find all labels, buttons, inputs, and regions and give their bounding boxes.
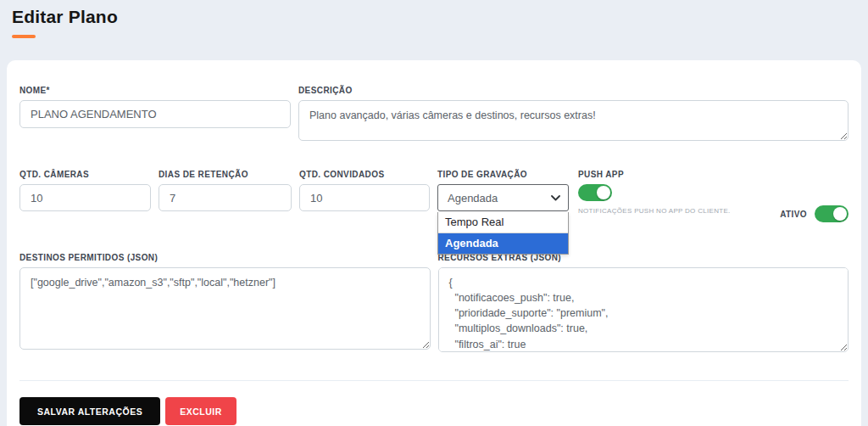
page-header: Editar Plano xyxy=(0,0,868,38)
field-descricao: DESCRIÇÃO Plano avançado, várias câmeras… xyxy=(298,86,849,144)
field-dias-retencao: DIAS DE RETENÇÃO xyxy=(159,170,292,211)
qtd-convidados-label: QTD. CONVIDADOS xyxy=(299,170,430,180)
qtd-convidados-input[interactable] xyxy=(299,184,430,211)
field-qtd-cameras: QTD. CÂMERAS xyxy=(19,170,151,211)
dias-retencao-label: DIAS DE RETENÇÃO xyxy=(159,170,292,180)
field-destinos: DESTINOS PERMITIDOS (JSON) ["google_driv… xyxy=(19,253,431,356)
tipo-gravacao-dropdown: Tempo Real Agendada xyxy=(437,212,569,255)
field-recursos: RECURSOS EXTRAS (JSON) { "notificacoes_p… xyxy=(438,253,849,356)
dropdown-option-agendada[interactable]: Agendada xyxy=(438,233,568,254)
destinos-label: DESTINOS PERMITIDOS (JSON) xyxy=(19,253,431,263)
form-row-2: QTD. CÂMERAS DIAS DE RETENÇÃO QTD. CONVI… xyxy=(19,170,849,222)
form-row-1: NOME* DESCRIÇÃO Plano avançado, várias c… xyxy=(19,86,849,144)
qtd-cameras-input[interactable] xyxy=(19,184,151,211)
push-app-toggle-knob xyxy=(597,186,610,199)
save-button[interactable]: SALVAR ALTERAÇÕES xyxy=(19,397,160,425)
dias-retencao-input[interactable] xyxy=(159,184,292,211)
title-accent-bar xyxy=(12,35,36,38)
nome-label: NOME* xyxy=(19,86,291,96)
field-nome: NOME* xyxy=(19,86,291,144)
nome-input[interactable] xyxy=(19,100,291,128)
ativo-toggle-knob xyxy=(833,207,847,221)
chevron-down-icon xyxy=(551,195,560,201)
push-app-help-text: NOTIFICAÇÕES PUSH NO APP DO CLIENTE. xyxy=(578,207,772,215)
push-app-label: PUSH APP xyxy=(578,170,772,180)
action-buttons: SALVAR ALTERAÇÕES EXCLUIR xyxy=(19,397,849,425)
field-push-app: PUSH APP NOTIFICAÇÕES PUSH NO APP DO CLI… xyxy=(578,170,772,215)
ativo-toggle[interactable] xyxy=(815,205,849,222)
field-qtd-convidados: QTD. CONVIDADOS xyxy=(299,170,430,211)
tipo-gravacao-selected-value: Agendada xyxy=(448,192,498,205)
recursos-textarea[interactable]: { "notificacoes_push": true, "prioridade… xyxy=(438,267,849,352)
delete-button[interactable]: EXCLUIR xyxy=(165,397,236,425)
form-row-3: DESTINOS PERMITIDOS (JSON) ["google_driv… xyxy=(19,253,849,356)
qtd-cameras-label: QTD. CÂMERAS xyxy=(19,170,151,180)
push-app-toggle[interactable] xyxy=(578,184,612,201)
ativo-label: ATIVO xyxy=(780,210,807,219)
page-title: Editar Plano xyxy=(12,7,868,27)
edit-plan-card: NOME* DESCRIÇÃO Plano avançado, várias c… xyxy=(7,60,861,426)
descricao-label: DESCRIÇÃO xyxy=(298,86,849,96)
tipo-gravacao-select-wrap: Agendada Tempo Real Agendada xyxy=(437,184,569,211)
dropdown-option-tempo-real[interactable]: Tempo Real xyxy=(438,212,568,233)
field-ativo: ATIVO xyxy=(780,205,849,222)
tipo-gravacao-select[interactable]: Agendada xyxy=(437,184,569,211)
descricao-textarea[interactable]: Plano avançado, várias câmeras e destino… xyxy=(298,100,849,141)
footer-divider xyxy=(19,380,849,381)
destinos-textarea[interactable]: ["google_drive","amazon_s3","sftp","loca… xyxy=(19,267,431,350)
field-tipo-gravacao: TIPO DE GRAVAÇÃO Agendada Tempo Real Age… xyxy=(437,170,569,211)
tipo-gravacao-label: TIPO DE GRAVAÇÃO xyxy=(437,170,569,180)
